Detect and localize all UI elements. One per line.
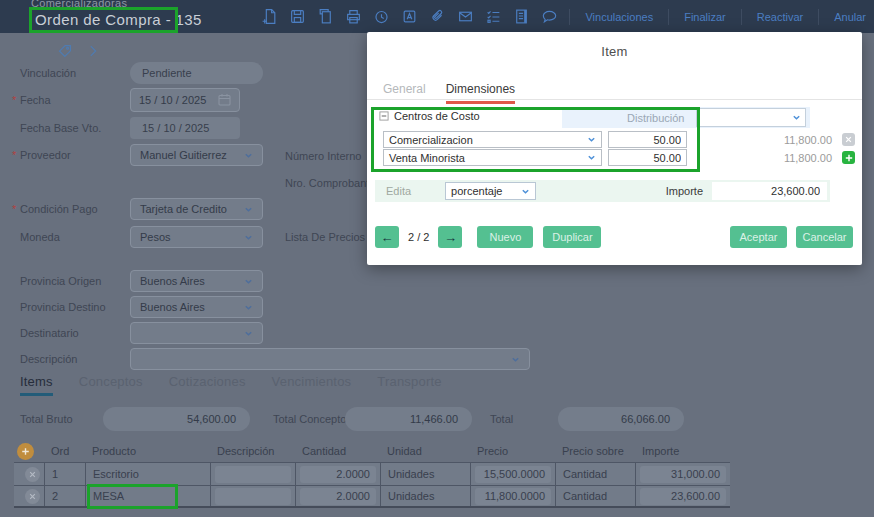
centro-importe: 11,800.00	[784, 134, 832, 146]
lista-precios-label: Lista De Precios	[285, 231, 365, 243]
modal-tab-general[interactable]: General	[383, 82, 426, 104]
proveedor-select[interactable]: Manuel Guitierrez	[130, 144, 263, 166]
condicion-pago-select[interactable]: Tarjeta de Credito	[130, 198, 263, 220]
centro-select[interactable]: Venta Minorista	[383, 149, 602, 166]
print-icon[interactable]	[345, 8, 362, 25]
fecha-label: *Fecha	[20, 94, 130, 106]
fecha-base-field: 15 / 10 / 2025	[130, 117, 240, 139]
total-bruto-value: 54,600.00	[103, 407, 250, 431]
nuevo-button[interactable]: Nuevo	[477, 226, 533, 248]
chevron-down-icon	[587, 135, 596, 144]
add-centro-icon[interactable]	[842, 151, 855, 164]
anular-button[interactable]: Anular	[830, 11, 870, 23]
copy-icon[interactable]	[317, 8, 334, 25]
breadcrumb[interactable]: Comercializadoras	[31, 0, 127, 9]
centros-costo-header: Centros de Costo	[379, 110, 480, 122]
fecha-base-row: Fecha Base Vto. 15 / 10 / 2025	[20, 117, 240, 139]
format-a-icon[interactable]	[401, 8, 418, 25]
vinculacion-label: Vinculación	[20, 67, 130, 79]
next-item-button[interactable]: →	[438, 226, 462, 248]
finalizar-button[interactable]: Finalizar	[680, 11, 730, 23]
tab-items[interactable]: Items	[20, 374, 53, 396]
moneda-select[interactable]: Pesos	[130, 226, 263, 248]
reactivar-button[interactable]: Reactivar	[753, 11, 807, 23]
importe-input[interactable]	[712, 182, 827, 200]
aceptar-button[interactable]: Aceptar	[730, 226, 787, 248]
chevron-down-icon	[511, 355, 520, 364]
cell-descripcion-input[interactable]	[215, 466, 291, 483]
cell-unidad: Unidades	[380, 463, 470, 485]
destinatario-label: Destinatario	[20, 327, 130, 339]
duplicar-button[interactable]: Duplicar	[543, 226, 601, 248]
proveedor-label: *Proveedor	[20, 149, 130, 161]
remove-centro-icon[interactable]	[842, 133, 855, 146]
centros-costo-label: Centros de Costo	[394, 110, 480, 122]
edita-select[interactable]: porcentaje	[445, 182, 536, 200]
tab-cotizaciones[interactable]: Cotizaciones	[169, 374, 246, 396]
cell-precio-input[interactable]: 11,800.0000	[475, 488, 551, 505]
modal-tabs: General Dimensiones	[383, 82, 515, 104]
numero-interno-label: Número Interno	[285, 150, 361, 162]
chevron-right-icon[interactable]	[86, 44, 100, 62]
provincia-origen-select[interactable]: Buenos Aires	[130, 270, 263, 292]
fecha-base-label: Fecha Base Vto.	[20, 122, 130, 134]
moneda-label: Moneda	[20, 231, 130, 243]
cancelar-button[interactable]: Cancelar	[796, 226, 853, 248]
chevron-down-icon	[244, 277, 253, 286]
chevron-down-icon	[244, 233, 253, 242]
distribucion-select[interactable]	[696, 108, 806, 127]
tab-transporte[interactable]: Transporte	[377, 374, 441, 396]
porcentaje-input[interactable]	[608, 149, 687, 166]
delete-row-icon[interactable]	[25, 467, 40, 482]
cell-cantidad-input[interactable]: 2.0000	[300, 466, 376, 483]
attachment-icon[interactable]	[429, 8, 446, 25]
cell-producto[interactable]: Escritorio	[85, 463, 210, 485]
calendar-icon[interactable]	[218, 93, 231, 108]
distribucion-label: Distribución	[627, 112, 684, 124]
descripcion-label: Descripción	[20, 353, 130, 365]
destinatario-select[interactable]	[130, 322, 263, 344]
centro-select[interactable]: Comercializacion	[383, 131, 602, 148]
document-quick-icons	[58, 44, 100, 62]
modal-title: Item	[367, 32, 862, 59]
distribucion-strip: Distribución	[562, 107, 810, 128]
descripcion-row: Descripción	[20, 348, 530, 370]
vinculaciones-button[interactable]: Vinculaciones	[581, 11, 657, 23]
add-row-button[interactable]	[17, 443, 34, 460]
delete-row-icon[interactable]	[25, 489, 40, 504]
mail-icon[interactable]	[457, 8, 474, 25]
porcentaje-input[interactable]	[608, 131, 687, 148]
save-icon[interactable]	[289, 8, 306, 25]
col-header-precio-sobre: Precio sobre	[555, 445, 635, 457]
checklist-icon[interactable]	[485, 8, 502, 25]
item-modal: Item General Dimensiones Centros de Cost…	[367, 32, 862, 265]
cell-producto[interactable]: MESA	[85, 486, 210, 506]
collapse-icon[interactable]	[379, 111, 389, 121]
provincia-destino-select[interactable]: Buenos Aires	[130, 296, 263, 318]
cell-precio-input[interactable]: 15,500.0000	[475, 466, 551, 483]
new-document-icon[interactable]	[261, 8, 278, 25]
prev-item-button[interactable]: ←	[375, 226, 399, 248]
toolbar-separator	[818, 9, 819, 25]
modal-tab-dimensiones[interactable]: Dimensiones	[446, 82, 515, 104]
total-label: Total	[490, 413, 513, 425]
app-window: Comercializadoras Orden de Compra - 135 …	[0, 0, 874, 517]
items-table: Ord Producto Descripción Cantidad Unidad…	[14, 440, 730, 508]
total-conceptos-label: Total Conceptos	[273, 413, 352, 425]
tag-icon[interactable]	[58, 44, 72, 62]
tab-conceptos[interactable]: Conceptos	[79, 374, 143, 396]
report-icon[interactable]	[513, 8, 530, 25]
edita-label: Edita	[386, 185, 411, 197]
provincia-origen-row: Provincia Origen Buenos Aires	[20, 270, 263, 292]
toolbar-separator	[668, 9, 669, 25]
descripcion-field[interactable]	[130, 348, 530, 370]
comment-icon[interactable]	[541, 8, 558, 25]
fecha-field[interactable]: 15 / 10 / 2025	[130, 88, 240, 112]
history-icon[interactable]	[373, 8, 390, 25]
cell-descripcion-input[interactable]	[215, 488, 291, 505]
cell-unidad: Unidades	[380, 486, 470, 506]
cell-precio-sobre: Cantidad	[555, 486, 635, 506]
tab-vencimientos[interactable]: Vencimientos	[272, 374, 352, 396]
condicion-pago-label: *Condición Pago	[20, 203, 130, 215]
cell-cantidad-input[interactable]: 2.0000	[300, 488, 376, 505]
